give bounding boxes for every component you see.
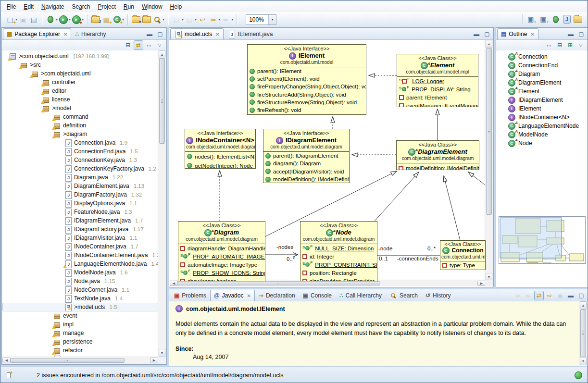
close-icon[interactable]: ✕ <box>530 32 534 37</box>
bottom-tab-history[interactable]: ↺History <box>422 290 454 301</box>
menu-window[interactable]: Window <box>138 2 166 12</box>
new-java-project-icon[interactable]: J <box>91 14 100 25</box>
view-menu-dots-icon[interactable]: ●● <box>144 40 154 50</box>
bottom-tab-declaration[interactable]: ⇢Declaration <box>255 290 299 301</box>
link-with-editor-icon[interactable]: ⇄ <box>534 291 544 300</box>
outline-item[interactable]: CAModelNode <box>497 130 587 139</box>
view-menu-icon[interactable]: ▽ <box>576 40 586 50</box>
zoom-dropdown-arrow[interactable]: ▾ <box>268 15 276 25</box>
tree-item[interactable]: ModelNode.java1.6 <box>2 268 158 277</box>
back-dropdown-arrow[interactable]: ▾ <box>218 17 220 22</box>
tree-item[interactable]: >com.objectaid.uml[192.168.1.99] <box>2 52 158 61</box>
scrollbar-thumb[interactable] <box>580 309 586 357</box>
tree-item[interactable]: ConnectionKeyFactory.java1.2 <box>2 164 158 173</box>
tree-item[interactable]: >model.ucls1.5 <box>2 303 158 311</box>
tree-item[interactable]: editor <box>2 86 158 95</box>
tree-item[interactable]: DiagramElement.java1.13 <box>2 182 158 190</box>
fast-view-icon[interactable] <box>5 371 13 379</box>
uml-class-diagramelement[interactable]: <<Java Class>>CADiagramElementcom.object… <box>396 140 479 170</box>
editor-tab-ielement-java[interactable]: IElement.java <box>224 28 277 39</box>
bottom-tab-console[interactable]: ▣Console <box>299 290 336 301</box>
print-icon[interactable]: ▤ <box>29 14 38 25</box>
tree-item[interactable]: Node.java1.15 <box>2 277 158 285</box>
menu-file[interactable]: File <box>3 2 20 12</box>
uml-class-idiagramelement[interactable]: <<Java Interface>>IIDiagramElementcom.ob… <box>263 129 350 183</box>
outline-item[interactable]: IIDiagramElement <box>497 96 587 104</box>
scrollbar-thumb[interactable] <box>177 281 380 285</box>
link-with-editor-icon[interactable]: ⇄ <box>134 40 143 50</box>
scrollbar-thumb[interactable] <box>159 59 165 144</box>
tree-item[interactable]: NodeCorner.java1.1 <box>2 285 158 294</box>
close-icon[interactable]: ✕ <box>247 293 250 298</box>
search-dropdown-arrow[interactable]: ▾ <box>163 17 164 22</box>
tree-item[interactable]: controller <box>2 78 158 86</box>
outline-item[interactable]: CAConnection <box>497 52 587 61</box>
scroll-left-arrow[interactable]: ◀ <box>2 358 11 363</box>
scrollbar-thumb[interactable] <box>486 48 492 215</box>
view-menu-dots-icon[interactable]: ●● <box>544 40 554 50</box>
maximize-icon[interactable]: ▢ <box>482 29 492 39</box>
outline-item[interactable]: IIElement <box>497 104 587 113</box>
tree-item[interactable]: LanguageElementNode.java1.4 <box>2 259 158 268</box>
focus-icon[interactable]: ⊞ <box>565 40 575 50</box>
run-dropdown-arrow[interactable]: ▾ <box>69 17 71 22</box>
previous-annotation-dropdown-arrow[interactable]: ▾ <box>195 17 197 22</box>
scroll-left-arrow[interactable]: ◀ <box>170 281 178 286</box>
outline-item[interactable]: CALanguageElementNode <box>497 122 587 130</box>
uml-class-node[interactable]: <<Java Class>>CANodecom.objectaid.uml.mo… <box>300 221 377 281</box>
outline-item[interactable]: CAElement <box>497 87 587 96</box>
open-resource-icon[interactable] <box>142 14 151 25</box>
debug-icon[interactable] <box>46 14 55 25</box>
menu-run[interactable]: Run <box>120 2 138 12</box>
bottom-tab-problems[interactable]: ▣Problems <box>170 290 210 301</box>
tree-item[interactable]: IDiagramElement.java1.7 <box>2 216 158 225</box>
uml-class-ielement[interactable]: <<Java Interface>>IIElementcom.objectaid… <box>247 44 366 115</box>
outline-item[interactable]: CADiagram <box>497 70 587 78</box>
scrollbar-thumb[interactable] <box>11 358 125 363</box>
tree-item[interactable]: IDiagramFactory.java1.17 <box>2 225 158 234</box>
canvas-vertical-scrollbar[interactable]: ▲ ▼ <box>485 40 493 281</box>
save-perspective-icon[interactable]: ▣+ <box>538 14 548 25</box>
bottom-tab-call-hierarchy[interactable]: ∴Call Hierarchy <box>336 290 386 301</box>
new-java-package-icon[interactable]: ▦+ <box>101 14 111 25</box>
uml-class-connection[interactable]: <<Java Class>>CConnectioncom.objectaid.u… <box>440 240 486 270</box>
tree-item[interactable]: definition <box>2 121 158 130</box>
scroll-down-arrow[interactable]: ▼ <box>159 349 165 357</box>
tree-item[interactable]: refactor <box>2 346 158 355</box>
menu-help[interactable]: Help <box>166 2 186 12</box>
minimize-icon[interactable]: ▬ <box>145 29 154 39</box>
last-edit-location-icon[interactable]: ↩ <box>198 14 207 25</box>
open-type-icon[interactable]: ● <box>131 14 141 25</box>
tree-item[interactable]: FeatureNode.java1.3 <box>2 208 158 216</box>
collapse-all-icon[interactable]: ⊟ <box>555 40 564 50</box>
explorer-vertical-scrollbar[interactable]: ▲ ▼ <box>158 50 166 357</box>
explorer-tab-package-explorer[interactable]: ▦Package Explorer✕ <box>3 28 71 39</box>
tree-item[interactable]: >com.objectaid.uml <box>2 69 158 78</box>
thumbnail-viewport[interactable] <box>500 218 562 258</box>
minimize-icon[interactable]: ▬ <box>566 291 575 300</box>
new-java-class-icon[interactable]: C+ <box>112 14 122 25</box>
tree-item[interactable]: persistence <box>2 337 158 346</box>
new-wizard-icon[interactable]: ▢+ <box>5 14 15 25</box>
tree-item[interactable]: INodeContainer.java1.7 <box>2 242 158 251</box>
close-icon[interactable]: ✕ <box>63 32 67 37</box>
menu-edit[interactable]: Edit <box>20 2 38 12</box>
diagram-overview-thumbnail[interactable] <box>499 216 586 264</box>
next-annotation-dropdown-arrow[interactable]: ▾ <box>182 17 184 22</box>
back-icon[interactable]: ⇦ <box>208 14 218 25</box>
debug-perspective-icon[interactable] <box>551 14 561 25</box>
scroll-up-arrow[interactable]: ▲ <box>159 50 165 59</box>
maximize-icon[interactable]: ▢ <box>576 291 586 300</box>
tree-item[interactable]: >model <box>2 104 158 112</box>
tree-item[interactable]: >diagram <box>2 130 158 138</box>
tree-item[interactable]: DisplayOptions.java1.1 <box>2 199 158 208</box>
uml-diagram-canvas[interactable]: <<Java Interface>>IIElementcom.objectaid… <box>170 40 486 281</box>
tree-item[interactable]: TextNode.java1.4 <box>2 294 158 303</box>
editor-tab-model-ucls[interactable]: model.ucls✕ <box>170 28 224 39</box>
menu-project[interactable]: Project <box>94 2 119 12</box>
minimize-icon[interactable]: ▬ <box>472 29 481 39</box>
outline-item[interactable]: CADiagramElement <box>497 78 587 87</box>
outline-item[interactable]: IINodeContainer<N> <box>497 113 587 122</box>
collapse-all-icon[interactable]: ⊟ <box>123 40 133 50</box>
tree-item[interactable]: DiagramFactory.java1.32 <box>2 190 158 199</box>
